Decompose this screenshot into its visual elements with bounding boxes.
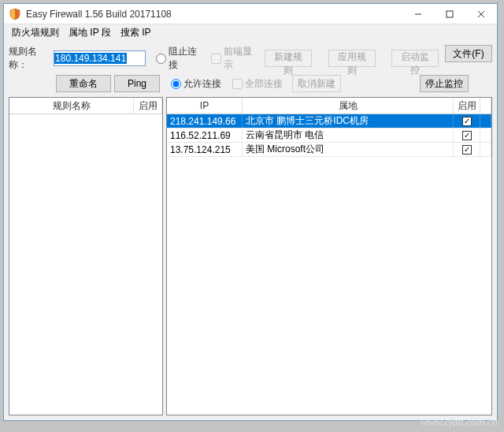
cell-enable[interactable]: ✓ <box>454 114 480 128</box>
radio-block-connection[interactable]: 阻止连接 <box>156 45 201 72</box>
rename-button[interactable]: 重命名 <box>56 75 111 92</box>
col-ip-enable[interactable]: 启用 <box>454 98 480 114</box>
ip-grid-body[interactable]: 218.241.149.66北京市 鹏博士三元桥IDC机房✓116.52.211… <box>167 114 491 415</box>
window-title: Easy Firewall 1.56 Build 20171108 <box>26 9 402 20</box>
file-button[interactable]: 文件(F) <box>445 45 492 62</box>
window-buttons <box>402 4 497 24</box>
menu-bar: 防火墙规则 属地 IP 段 搜索 IP <box>4 24 497 40</box>
ip-grid-header: IP 属地 启用 <box>167 98 491 114</box>
rule-name-label: 规则名称： <box>9 45 50 72</box>
close-button[interactable] <box>465 4 497 24</box>
cell-ip: 13.75.124.215 <box>167 143 243 156</box>
svg-rect-1 <box>447 11 453 17</box>
title-bar: Easy Firewall 1.56 Build 20171108 <box>4 4 497 24</box>
cell-spacer <box>480 114 491 128</box>
start-monitor-button[interactable]: 启动监控 <box>391 50 439 67</box>
rule-name-input[interactable]: 180.149.134.141 <box>54 50 146 66</box>
checkbox-icon[interactable]: ✓ <box>462 131 472 140</box>
col-rule-name[interactable]: 规则名称 <box>9 98 134 114</box>
cancel-new-button[interactable]: 取消新建 <box>292 75 341 92</box>
maximize-button[interactable] <box>434 4 465 24</box>
rules-grid-header: 规则名称 启用 <box>9 98 162 114</box>
rules-panel: 规则名称 启用 <box>9 97 163 415</box>
radio-allow-connection[interactable]: 允许连接 <box>171 77 221 91</box>
cell-spacer <box>480 128 491 142</box>
cell-geo: 美国 Microsoft公司 <box>243 143 454 156</box>
toolbar-row-2: 重命名 Ping 允许连接 全部连接 取消新建 停止监控 <box>4 73 497 97</box>
apply-rule-button[interactable]: 应用规则 <box>328 50 376 67</box>
cell-enable[interactable]: ✓ <box>454 128 480 142</box>
cell-spacer <box>480 143 491 156</box>
col-geo[interactable]: 属地 <box>243 98 454 114</box>
menu-firewall-rules[interactable]: 防火墙规则 <box>9 24 62 41</box>
cell-enable[interactable]: ✓ <box>454 143 480 156</box>
new-rule-button[interactable]: 新建规则 <box>265 50 312 67</box>
cell-geo: 北京市 鹏博士三元桥IDC机房 <box>243 114 454 128</box>
checkbox-front-display[interactable]: 前端显示 <box>211 45 256 72</box>
menu-geo-ip[interactable]: 属地 IP 段 <box>65 24 114 41</box>
checkbox-all-connections[interactable]: 全部连接 <box>232 77 283 91</box>
stop-monitor-button[interactable]: 停止监控 <box>420 75 469 92</box>
app-window: Easy Firewall 1.56 Build 20171108 防火墙规则 … <box>3 3 498 421</box>
ip-panel: IP 属地 启用 218.241.149.66北京市 鹏博士三元桥IDC机房✓1… <box>166 97 492 415</box>
rules-grid-body[interactable] <box>9 114 162 415</box>
col-spacer <box>480 98 491 114</box>
cell-geo: 云南省昆明市 电信 <box>243 128 454 142</box>
cell-ip: 116.52.211.69 <box>167 128 243 142</box>
cell-ip: 218.241.149.66 <box>167 114 243 128</box>
app-icon <box>9 8 21 20</box>
checkbox-icon[interactable]: ✓ <box>462 117 472 126</box>
toolbar-row-1: 规则名称： 180.149.134.141 阻止连接 前端显示 新建规则 应用规… <box>4 40 497 73</box>
checkbox-icon[interactable]: ✓ <box>462 145 472 155</box>
col-rule-enable[interactable]: 启用 <box>134 98 162 114</box>
menu-search-ip[interactable]: 搜索 IP <box>117 24 154 41</box>
ping-button[interactable]: Ping <box>114 75 160 92</box>
col-ip[interactable]: IP <box>167 98 243 114</box>
table-row[interactable]: 116.52.211.69云南省昆明市 电信✓ <box>167 128 491 143</box>
main-body: 规则名称 启用 IP 属地 启用 218.241.149.66北京市 鹏博士三元… <box>4 97 497 420</box>
table-row[interactable]: 218.241.149.66北京市 鹏博士三元桥IDC机房✓ <box>167 114 491 128</box>
minimize-button[interactable] <box>402 4 434 24</box>
table-row[interactable]: 13.75.124.215美国 Microsoft公司✓ <box>167 143 491 157</box>
